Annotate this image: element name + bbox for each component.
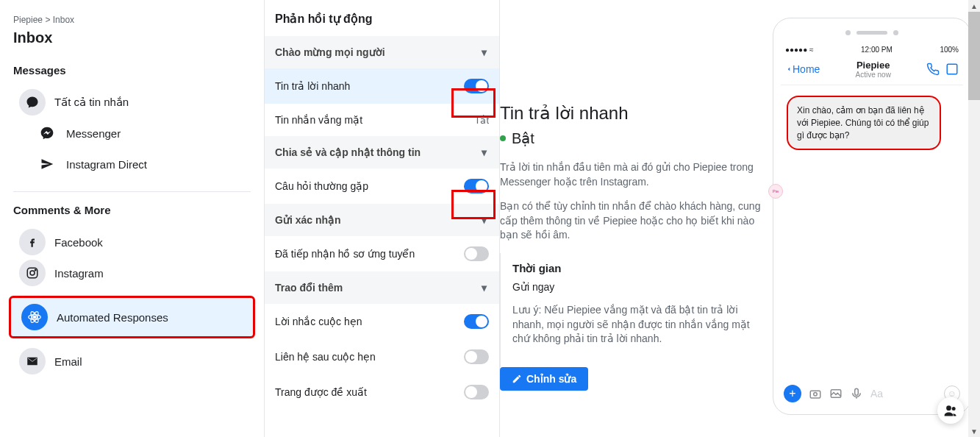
toggle-after-contact[interactable] bbox=[464, 349, 489, 364]
scrollbar[interactable]: ▲ ▼ bbox=[968, 0, 980, 437]
nav-automated-responses[interactable]: Automated Responses bbox=[9, 296, 255, 338]
svg-rect-7 bbox=[947, 64, 957, 74]
email-icon bbox=[19, 348, 46, 374]
group-welcome[interactable]: Chào mừng mọi người ▾ bbox=[265, 36, 499, 68]
chevron-down-icon: ▾ bbox=[479, 47, 489, 57]
phone-header: Home Piepiee Active now bbox=[781, 57, 963, 85]
svg-point-12 bbox=[946, 405, 951, 411]
nav-instagram-direct[interactable]: Instagram Direct bbox=[13, 149, 251, 180]
status-label: Bật bbox=[512, 129, 534, 147]
away-status: Tắt bbox=[474, 115, 489, 126]
messenger-icon bbox=[37, 123, 57, 143]
nav-label: Instagram Direct bbox=[66, 158, 147, 171]
time-panel: Thời gian Gửi ngay Lưu ý: Nếu Piepiee vắ… bbox=[500, 253, 765, 367]
phone-call-icon[interactable] bbox=[926, 63, 940, 76]
pencil-icon bbox=[512, 374, 522, 384]
item-away-message[interactable]: Tin nhắn vắng mặt Tắt bbox=[265, 104, 499, 136]
message-bubble: Xin chào, cảm ơn bạn đã liên hệ với Piep… bbox=[787, 96, 941, 150]
people-fab[interactable] bbox=[937, 397, 964, 424]
phone-home-link[interactable]: Home bbox=[785, 63, 820, 75]
chat-icon bbox=[19, 89, 46, 116]
breadcrumb-section[interactable]: Inbox bbox=[53, 15, 74, 25]
detail-panel: Tin trả lời nhanh Bật Trả lời tin nhắn đ… bbox=[500, 0, 980, 437]
phone-info-icon[interactable] bbox=[945, 63, 959, 76]
description-1: Trả lời tin nhắn đầu tiên mà ai đó gửi c… bbox=[500, 160, 765, 189]
svg-point-13 bbox=[952, 407, 956, 411]
scroll-down-icon[interactable]: ▼ bbox=[968, 425, 980, 437]
time-note: Lưu ý: Nếu Piepiee vắng mặt và đã bật ti… bbox=[512, 303, 754, 347]
phone-plus-icon[interactable]: + bbox=[784, 385, 801, 402]
group-more[interactable]: Trao đổi thêm ▾ bbox=[265, 271, 499, 304]
camera-icon[interactable] bbox=[809, 387, 822, 400]
toggle-suggested[interactable] bbox=[464, 385, 489, 399]
phone-speaker bbox=[781, 26, 963, 46]
svg-rect-8 bbox=[810, 391, 820, 398]
detail-title: Tin trả lời nhanh bbox=[500, 103, 765, 124]
options-title: Phản hồi tự động bbox=[265, 0, 499, 36]
facebook-icon bbox=[19, 229, 46, 255]
nav-label: Messenger bbox=[66, 127, 121, 140]
nav-label: Tất cả tin nhắn bbox=[54, 96, 129, 109]
breadcrumb[interactable]: Piepiee > Inbox bbox=[13, 15, 251, 25]
nav-label: Automated Responses bbox=[57, 311, 168, 324]
edit-button[interactable]: Chỉnh sửa bbox=[500, 367, 588, 391]
image-icon[interactable] bbox=[829, 387, 843, 400]
svg-point-1 bbox=[30, 271, 35, 275]
phone-contact-status: Active now bbox=[820, 71, 926, 79]
chevron-down-icon: ▾ bbox=[479, 283, 489, 293]
nav-label: Email bbox=[54, 355, 82, 368]
scrollbar-thumb[interactable] bbox=[968, 12, 980, 100]
item-faq[interactable]: Câu hỏi thường gặp bbox=[265, 168, 499, 204]
divider bbox=[13, 191, 251, 192]
nav-messenger[interactable]: Messenger bbox=[13, 118, 251, 149]
send-icon bbox=[37, 154, 57, 174]
phone-input-bar: + Aa ☺ bbox=[781, 380, 963, 407]
status-row: Bật bbox=[500, 129, 765, 147]
nav-email[interactable]: Email bbox=[13, 346, 251, 377]
group-share[interactable]: Chia sẻ và cập nhật thông tin ▾ bbox=[265, 136, 499, 168]
response-options: Phản hồi tự động Chào mừng mọi người ▾ T… bbox=[265, 0, 500, 437]
status-dot-icon bbox=[500, 135, 506, 141]
chevron-down-icon: ▾ bbox=[479, 215, 489, 225]
chevron-down-icon: ▾ bbox=[479, 147, 489, 157]
svg-point-3 bbox=[33, 316, 35, 318]
chevron-left-icon bbox=[785, 64, 793, 74]
nav-all-messages[interactable]: Tất cả tin nhắn bbox=[13, 87, 251, 118]
toggle-faq[interactable] bbox=[464, 179, 489, 193]
atom-icon bbox=[21, 304, 48, 330]
mic-icon[interactable] bbox=[850, 387, 863, 400]
time-value: Gửi ngay bbox=[512, 281, 754, 293]
group-confirm[interactable]: Gửi xác nhận ▾ bbox=[265, 204, 499, 236]
item-application-received[interactable]: Đã tiếp nhận hồ sơ ứng tuyển bbox=[265, 236, 499, 271]
toggle-instant-reply[interactable] bbox=[464, 79, 489, 93]
item-suggested[interactable]: Trang được đề xuất bbox=[265, 374, 499, 410]
nav-instagram[interactable]: Instagram bbox=[13, 257, 251, 288]
sidebar: Piepiee > Inbox Inbox Messages Tất cả ti… bbox=[0, 0, 265, 437]
nav-facebook[interactable]: Facebook bbox=[13, 227, 251, 257]
phone-contact-name: Piepiee bbox=[820, 60, 926, 71]
description-2: Bạn có thể tùy chỉnh tin nhắn để chào kh… bbox=[500, 199, 765, 243]
svg-point-9 bbox=[814, 393, 818, 397]
section-comments: Comments & More bbox=[13, 204, 251, 216]
toggle-received[interactable] bbox=[464, 246, 489, 261]
scroll-up-icon[interactable]: ▲ bbox=[968, 0, 980, 12]
breadcrumb-page[interactable]: Piepiee bbox=[13, 15, 43, 25]
phone-status-bar: ●●●●● ≈ 12:00 PM 100% bbox=[781, 46, 963, 57]
toggle-reminder[interactable] bbox=[464, 314, 489, 329]
phone-preview: ●●●●● ≈ 12:00 PM 100% Home Piepiee Activ… bbox=[773, 18, 971, 428]
time-title: Thời gian bbox=[512, 262, 754, 275]
nav-label: Instagram bbox=[54, 267, 104, 280]
item-after-contact[interactable]: Liên hệ sau cuộc hẹn bbox=[265, 339, 499, 374]
item-reminder[interactable]: Lời nhắc cuộc hẹn bbox=[265, 304, 499, 339]
item-instant-reply[interactable]: Tin trả lời nhanh bbox=[265, 68, 499, 104]
svg-point-2 bbox=[35, 269, 36, 271]
page-title: Inbox bbox=[13, 29, 251, 46]
nav-label: Facebook bbox=[54, 236, 103, 249]
phone-text-input[interactable]: Aa bbox=[870, 388, 937, 399]
svg-rect-11 bbox=[855, 388, 859, 395]
avatar-icon: Pie bbox=[768, 184, 783, 199]
instagram-icon bbox=[19, 260, 46, 286]
section-messages: Messages bbox=[13, 64, 251, 77]
